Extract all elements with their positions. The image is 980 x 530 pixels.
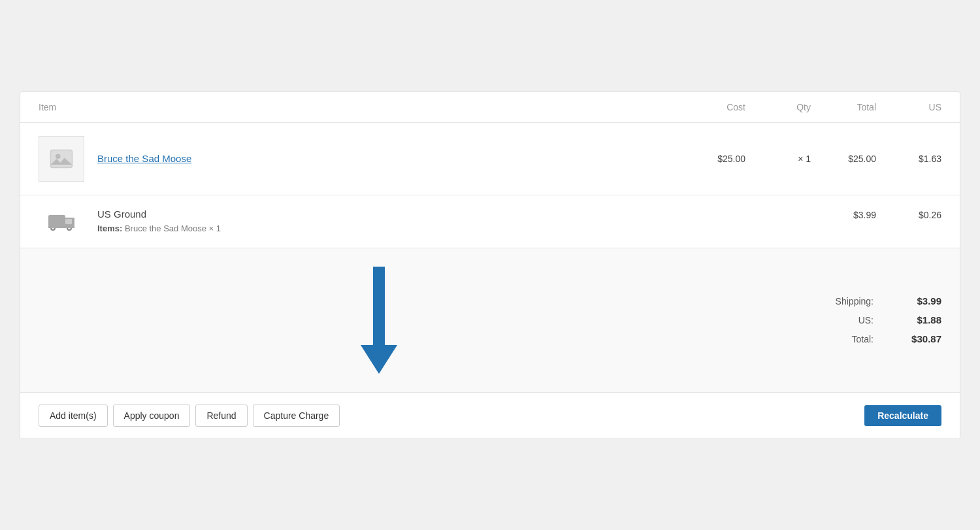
table-header: Item Cost Qty Total US <box>20 92 960 123</box>
actions-row: Add item(s) Apply coupon Refund Capture … <box>20 393 960 439</box>
product-thumbnail <box>39 136 84 182</box>
header-item: Item <box>39 101 680 113</box>
totals-us-label: US: <box>821 315 874 325</box>
header-us: US <box>876 101 941 113</box>
apply-coupon-button[interactable]: Apply coupon <box>113 405 191 427</box>
totals-us-row: US: $1.88 <box>719 314 941 325</box>
shipping-details: US Ground Items: Bruce the Sad Moose × 1 <box>97 208 454 233</box>
product-qty: × 1 <box>745 154 811 164</box>
add-items-button[interactable]: Add item(s) <box>39 405 108 427</box>
svg-rect-4 <box>65 219 72 224</box>
header-total: Total <box>811 101 876 113</box>
totals-shipping-row: Shipping: $3.99 <box>719 295 941 306</box>
truck-icon <box>48 211 74 232</box>
svg-point-1 <box>56 154 61 159</box>
arrow-down-indicator <box>361 267 397 374</box>
shipping-row: US Ground Items: Bruce the Sad Moose × 1… <box>20 195 960 248</box>
recalculate-button[interactable]: Recalculate <box>864 405 941 426</box>
product-row: Bruce the Sad Moose $25.00 × 1 $25.00 $1… <box>20 123 960 195</box>
totals-total-row: Total: $30.87 <box>719 333 941 344</box>
totals-right: Shipping: $3.99 US: $1.88 Total: $30.87 <box>719 267 941 374</box>
shipping-icon-container <box>39 208 84 235</box>
arrow-shaft <box>373 267 385 345</box>
product-us: $1.63 <box>876 154 941 164</box>
actions-left: Add item(s) Apply coupon Refund Capture … <box>39 405 859 427</box>
svg-rect-0 <box>51 150 73 167</box>
totals-total-value: $30.87 <box>889 333 941 344</box>
shipping-name: US Ground <box>97 208 454 220</box>
svg-rect-9 <box>48 225 74 228</box>
product-cost: $25.00 <box>680 154 745 164</box>
product-name-link[interactable]: Bruce the Sad Moose <box>97 153 191 164</box>
totals-shipping-label: Shipping: <box>821 296 874 306</box>
shipping-cost: $3.99 <box>811 208 876 220</box>
totals-total-label: Total: <box>821 334 874 344</box>
totals-left <box>39 267 719 374</box>
svg-rect-2 <box>48 215 65 227</box>
totals-us-value: $1.88 <box>889 314 941 325</box>
totals-section: Shipping: $3.99 US: $1.88 Total: $30.87 <box>20 248 960 393</box>
product-total: $25.00 <box>811 154 876 164</box>
arrow-head <box>361 345 397 374</box>
order-table: Item Cost Qty Total US Bruce the Sad Moo… <box>20 91 960 439</box>
header-cost: Cost <box>680 101 745 113</box>
shipping-us-tax: $0.26 <box>876 208 941 220</box>
refund-button[interactable]: Refund <box>195 405 247 427</box>
header-qty: Qty <box>745 101 811 113</box>
image-placeholder-icon <box>50 147 73 171</box>
shipping-items: Items: Bruce the Sad Moose × 1 <box>97 224 454 233</box>
capture-charge-button[interactable]: Capture Charge <box>253 405 340 427</box>
product-info: Bruce the Sad Moose <box>97 153 680 165</box>
totals-shipping-value: $3.99 <box>889 295 941 306</box>
